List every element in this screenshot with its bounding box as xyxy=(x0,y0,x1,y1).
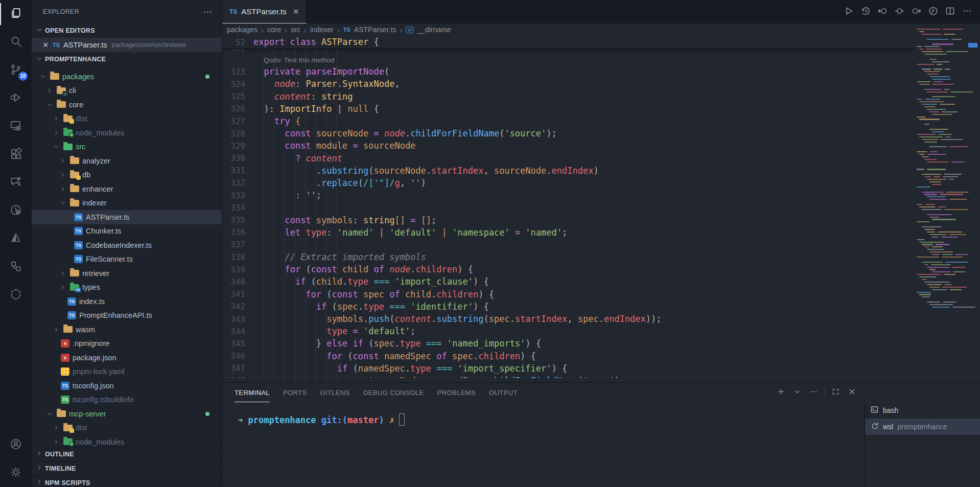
activity-item-explorer[interactable] xyxy=(0,0,32,28)
tree-item-dist[interactable]: dist xyxy=(32,112,222,126)
panel-more-actions-button[interactable] xyxy=(808,387,819,398)
split-editor-button[interactable] xyxy=(944,6,956,18)
open-editor-astparser[interactable]: ✕ TS ASTParser.ts packages\core\src\inde… xyxy=(32,38,222,52)
tree-item-pnpm-lock-yaml[interactable]: pnpm-lock.yaml xyxy=(32,365,222,379)
terminal-instance-wsl[interactable]: wslpromptenhance xyxy=(865,419,980,435)
tree-item-label: analyzer xyxy=(82,157,110,165)
tree-item-mcp-server[interactable]: mcp-server xyxy=(32,407,222,421)
minimap-line xyxy=(941,237,958,238)
panel-tab-debug-console[interactable]: DEBUG CONSOLE xyxy=(363,383,424,402)
breadcrumb-item[interactable]: src xyxy=(291,26,300,34)
tree-item-dist[interactable]: dist xyxy=(32,421,222,435)
tree-item-index-ts[interactable]: TSindex.ts xyxy=(32,294,222,309)
file-history-button[interactable] xyxy=(927,6,939,18)
breadcrumb-item[interactable]: packages xyxy=(227,26,258,34)
section-outline[interactable]: OUTLINE xyxy=(32,447,222,461)
new-terminal-button[interactable] xyxy=(775,387,786,398)
tree-item-indexer[interactable]: indexer xyxy=(32,196,222,211)
panel-tab-problems[interactable]: PROBLEMS xyxy=(437,383,476,402)
chevron-right-icon xyxy=(52,424,60,431)
activity-item-source-control[interactable]: 10 xyxy=(0,56,32,84)
tree-item-node-modules[interactable]: nnode_modules xyxy=(32,126,222,140)
breadcrumb-item[interactable]: indexer xyxy=(310,26,334,34)
close-panel-button[interactable] xyxy=(846,387,857,398)
maximize-panel-button[interactable] xyxy=(830,387,841,398)
overview-ruler[interactable] xyxy=(966,24,980,382)
tree-item-analyzer[interactable]: analyzer xyxy=(32,154,222,168)
panel-tab-gitlens[interactable]: GITLENS xyxy=(320,383,350,402)
tree-item-chunker-ts[interactable]: TSChunker.ts xyxy=(32,224,222,239)
tree-item-astparser-ts[interactable]: TSASTParser.ts xyxy=(32,210,222,224)
activity-item-search[interactable] xyxy=(0,28,32,56)
activity-item-boxes-extension[interactable] xyxy=(0,253,32,281)
minimap-line xyxy=(944,34,955,35)
tree-item--npmignore[interactable]: n.npmignore xyxy=(32,337,222,351)
breadcrumb-item[interactable]: core xyxy=(267,26,281,34)
breadcrumb-item[interactable]: __dirname xyxy=(417,26,451,34)
activity-item-pyramid-extension[interactable] xyxy=(0,225,32,253)
nav-back-button[interactable] xyxy=(876,6,889,18)
terminal-output[interactable]: ➜ promptenhance git:(master) ✗ xyxy=(222,402,865,487)
activity-item-chat[interactable] xyxy=(0,169,32,197)
panel-tab-output[interactable]: OUTPUT xyxy=(489,383,518,402)
nav-current-button[interactable] xyxy=(893,6,905,18)
more-button[interactable] xyxy=(961,6,973,18)
tree-item-codebaseindexer-ts[interactable]: TSCodebaseIndexer.ts xyxy=(32,238,222,252)
tree-item-label: tsconfig.tsbuildinfo xyxy=(73,396,133,404)
tree-item-wasm[interactable]: wasm xyxy=(32,322,222,337)
terminal-profile-dropdown-button[interactable] xyxy=(791,387,803,398)
nav-forward-button[interactable] xyxy=(910,6,922,18)
explorer-sidebar: EXPLORER ⋯ OPEN EDITORS ✕ TS ASTParser.t… xyxy=(32,0,222,487)
minimap-line xyxy=(922,279,927,280)
minimap-line xyxy=(917,187,930,188)
activity-item-gitlens[interactable] xyxy=(0,197,32,225)
activity-item-accounts[interactable] xyxy=(0,431,32,459)
history-button[interactable] xyxy=(859,6,872,18)
tree-item-retriever[interactable]: retriever xyxy=(32,266,222,281)
panel-tab-ports[interactable]: PORTS xyxy=(283,383,307,402)
npm-badge-icon: n xyxy=(69,442,74,447)
tree-item-cli[interactable]: >cli xyxy=(32,84,222,98)
tree-item-package-json[interactable]: npackage.json xyxy=(32,351,222,365)
workspace-root-section[interactable]: PROMPTENHANCE xyxy=(32,52,222,66)
activity-item-remote-explorer[interactable] xyxy=(0,112,32,141)
tree-item-label: FileScanner.ts xyxy=(86,255,133,263)
minimap[interactable] xyxy=(915,24,966,382)
section-npm-scripts[interactable]: NPM SCRIPTS xyxy=(32,475,222,487)
minimap-line xyxy=(932,246,943,247)
activity-item-qodo[interactable] xyxy=(0,281,32,309)
tree-item-tsconfig-tsbuildinfo[interactable]: TStsconfig.tsbuildinfo xyxy=(32,393,222,407)
section-timeline[interactable]: TIMELINE xyxy=(32,461,222,475)
breadcrumb-item[interactable]: ASTParser.ts xyxy=(354,26,396,34)
tab-close-icon[interactable]: ✕ xyxy=(293,7,299,16)
code-editor[interactable]: 52export class ASTParser { 322Qodo: Test… xyxy=(222,36,915,382)
terminal-icon xyxy=(870,405,879,415)
activity-item-settings[interactable] xyxy=(0,459,32,487)
tree-item-label: types xyxy=(82,283,100,291)
tree-item-label: indexer xyxy=(82,199,107,207)
tree-item-packages[interactable]: packages xyxy=(32,69,222,84)
minimap-line xyxy=(944,274,955,275)
tree-item-enhancer[interactable]: enhancer xyxy=(32,182,222,196)
folder-icon xyxy=(70,270,79,276)
activity-item-run-debug[interactable] xyxy=(0,84,32,112)
minimap-line xyxy=(922,104,937,105)
terminal-instance-bash[interactable]: bash xyxy=(865,402,980,419)
code-line-52: 52export class ASTParser { xyxy=(222,36,915,48)
tree-item-promptenhanceapi-ts[interactable]: TSPromptEnhanceAPI.ts xyxy=(32,309,222,323)
activity-item-extensions[interactable] xyxy=(0,141,32,169)
tree-item-tsconfig-json[interactable]: TStsconfig.json xyxy=(32,379,222,393)
tree-item-filescanner-ts[interactable]: TSFileScanner.ts xyxy=(32,252,222,267)
sidebar-more-actions-icon[interactable]: ⋯ xyxy=(203,7,213,17)
terminal-cursor xyxy=(399,413,405,426)
chevron-right-icon xyxy=(52,129,60,136)
close-icon[interactable]: ✕ xyxy=(42,41,49,49)
tree-item-types[interactable]: TStypes xyxy=(32,281,222,295)
tab-astparser[interactable]: TS ASTParser.ts ✕ xyxy=(222,0,307,24)
tree-item-db[interactable]: db xyxy=(32,168,222,182)
tree-item-src[interactable]: src xyxy=(32,140,222,154)
tree-item-core[interactable]: core xyxy=(32,98,222,112)
run-button[interactable] xyxy=(843,6,855,18)
panel-tab-terminal[interactable]: TERMINAL xyxy=(235,383,270,402)
open-editors-section[interactable]: OPEN EDITORS xyxy=(32,24,222,38)
